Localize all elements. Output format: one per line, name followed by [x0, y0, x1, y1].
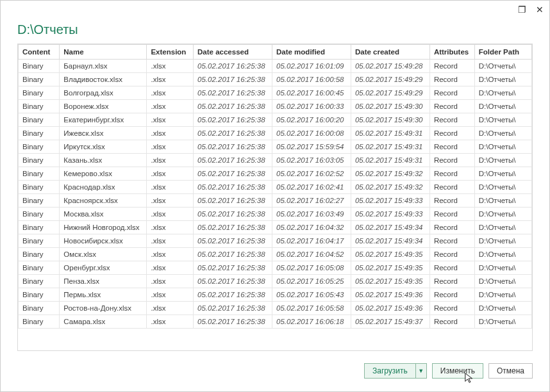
cell-date-accessed: 05.02.2017 16:25:38: [194, 208, 272, 221]
cell-name: Оренбург.xlsx: [60, 261, 147, 275]
cell-date-created: 05.02.2017 15:49:29: [351, 86, 429, 100]
close-icon[interactable]: ✕: [534, 4, 546, 15]
cell-name: Иркутск.xlsx: [60, 140, 147, 154]
cell-date-accessed: 05.02.2017 16:25:38: [194, 221, 272, 234]
load-dropdown-caret[interactable]: ▼: [415, 363, 427, 379]
cell-content: Binary: [19, 234, 60, 248]
cell-date-created: 05.02.2017 15:49:35: [351, 248, 429, 261]
cell-name: Ростов-на-Дону.xlsx: [60, 302, 147, 315]
cancel-button[interactable]: Отмена: [488, 363, 533, 379]
cell-content: Binary: [19, 261, 60, 275]
cell-date-created: 05.02.2017 15:49:33: [351, 208, 429, 221]
cell-folder-path: D:\Отчеты\: [474, 73, 531, 86]
load-button[interactable]: Загрузить: [364, 363, 415, 379]
table-row[interactable]: BinaryКазань.xlsx.xlsx05.02.2017 16:25:3…: [19, 154, 532, 167]
col-attributes[interactable]: Attributes: [429, 45, 474, 60]
cell-date-accessed: 05.02.2017 16:25:38: [194, 167, 272, 181]
cell-attributes: Record: [429, 275, 474, 288]
table-row[interactable]: BinaryВоронеж.xlsx.xlsx05.02.2017 16:25:…: [19, 100, 532, 113]
cell-date-created: 05.02.2017 15:49:34: [351, 234, 429, 248]
table-row[interactable]: BinaryПенза.xlsx.xlsx05.02.2017 16:25:38…: [19, 275, 532, 288]
table-row[interactable]: BinaryНижний Новгород.xlsx.xlsx05.02.201…: [19, 221, 532, 234]
cell-date-modified: 05.02.2017 16:03:49: [272, 208, 351, 221]
cell-date-created: 05.02.2017 15:49:32: [351, 181, 429, 194]
cell-extension: .xlsx: [147, 288, 194, 302]
cell-date-accessed: 05.02.2017 16:25:38: [194, 315, 272, 329]
cell-date-accessed: 05.02.2017 16:25:38: [194, 234, 272, 248]
table-row[interactable]: BinaryКраснодар.xlsx.xlsx05.02.2017 16:2…: [19, 181, 532, 194]
col-date-modified[interactable]: Date modified: [272, 45, 351, 60]
cell-folder-path: D:\Отчеты\: [474, 60, 531, 73]
cell-name: Нижний Новгород.xlsx: [60, 221, 147, 234]
table-row[interactable]: BinaryВладивосток.xlsx.xlsx05.02.2017 16…: [19, 73, 532, 86]
table-row[interactable]: BinaryЕкатеринбург.xlsx.xlsx05.02.2017 1…: [19, 113, 532, 127]
data-table: Content Name Extension Date accessed Dat…: [18, 44, 532, 329]
maximize-icon[interactable]: ❐: [516, 4, 528, 15]
col-date-accessed[interactable]: Date accessed: [194, 45, 272, 60]
cell-date-created: 05.02.2017 15:49:34: [351, 221, 429, 234]
table-row[interactable]: BinaryВолгоград.xlsx.xlsx05.02.2017 16:2…: [19, 86, 532, 100]
cell-attributes: Record: [429, 127, 474, 140]
cell-content: Binary: [19, 208, 60, 221]
cell-date-modified: 05.02.2017 16:05:08: [272, 261, 351, 275]
cell-attributes: Record: [429, 73, 474, 86]
cell-extension: .xlsx: [147, 167, 194, 181]
cell-date-accessed: 05.02.2017 16:25:38: [194, 60, 272, 73]
cell-date-modified: 05.02.2017 16:00:45: [272, 86, 351, 100]
cell-folder-path: D:\Отчеты\: [474, 248, 531, 261]
table-row[interactable]: BinaryИжевск.xlsx.xlsx05.02.2017 16:25:3…: [19, 127, 532, 140]
cell-folder-path: D:\Отчеты\: [474, 234, 531, 248]
cell-folder-path: D:\Отчеты\: [474, 140, 531, 154]
cell-name: Самара.xlsx: [60, 315, 147, 329]
table-container: Content Name Extension Date accessed Dat…: [17, 44, 533, 351]
table-row[interactable]: BinaryМосква.xlsx.xlsx05.02.2017 16:25:3…: [19, 208, 532, 221]
cell-content: Binary: [19, 86, 60, 100]
edit-button[interactable]: Изменить: [432, 363, 483, 379]
cell-attributes: Record: [429, 234, 474, 248]
cell-folder-path: D:\Отчеты\: [474, 154, 531, 167]
table-row[interactable]: BinaryПермь.xlsx.xlsx05.02.2017 16:25:38…: [19, 288, 532, 302]
cell-date-accessed: 05.02.2017 16:25:38: [194, 302, 272, 315]
table-row[interactable]: BinaryОренбург.xlsx.xlsx05.02.2017 16:25…: [19, 261, 532, 275]
cell-date-accessed: 05.02.2017 16:25:38: [194, 100, 272, 113]
cell-extension: .xlsx: [147, 208, 194, 221]
cell-content: Binary: [19, 288, 60, 302]
table-row[interactable]: BinaryКемерово.xlsx.xlsx05.02.2017 16:25…: [19, 167, 532, 181]
title-bar: ❐ ✕: [1, 1, 549, 19]
cell-name: Казань.xlsx: [60, 154, 147, 167]
load-split-button[interactable]: Загрузить ▼: [364, 363, 427, 379]
cell-date-accessed: 05.02.2017 16:25:38: [194, 194, 272, 208]
col-date-created[interactable]: Date created: [351, 45, 429, 60]
cell-attributes: Record: [429, 167, 474, 181]
table-row[interactable]: BinaryБарнаул.xlsx.xlsx05.02.2017 16:25:…: [19, 60, 532, 73]
table-row[interactable]: BinaryОмск.xlsx.xlsx05.02.2017 16:25:380…: [19, 248, 532, 261]
col-content[interactable]: Content: [19, 45, 60, 60]
cell-date-accessed: 05.02.2017 16:25:38: [194, 140, 272, 154]
col-extension[interactable]: Extension: [147, 45, 194, 60]
cell-attributes: Record: [429, 261, 474, 275]
cell-attributes: Record: [429, 154, 474, 167]
cell-date-modified: 05.02.2017 16:05:25: [272, 275, 351, 288]
cell-name: Новосибирск.xlsx: [60, 234, 147, 248]
cell-extension: .xlsx: [147, 234, 194, 248]
cell-content: Binary: [19, 100, 60, 113]
cell-content: Binary: [19, 315, 60, 329]
cell-name: Кемерово.xlsx: [60, 167, 147, 181]
cell-name: Барнаул.xlsx: [60, 60, 147, 73]
table-row[interactable]: BinaryСамара.xlsx.xlsx05.02.2017 16:25:3…: [19, 315, 532, 329]
cell-date-created: 05.02.2017 15:49:35: [351, 275, 429, 288]
cell-content: Binary: [19, 167, 60, 181]
cell-date-accessed: 05.02.2017 16:25:38: [194, 154, 272, 167]
cell-folder-path: D:\Отчеты\: [474, 288, 531, 302]
cell-extension: .xlsx: [147, 275, 194, 288]
table-row[interactable]: BinaryНовосибирск.xlsx.xlsx05.02.2017 16…: [19, 234, 532, 248]
table-row[interactable]: BinaryКрасноярск.xlsx.xlsx05.02.2017 16:…: [19, 194, 532, 208]
col-name[interactable]: Name: [60, 45, 147, 60]
cell-date-modified: 05.02.2017 16:00:33: [272, 100, 351, 113]
table-header-row: Content Name Extension Date accessed Dat…: [19, 45, 532, 60]
cell-folder-path: D:\Отчеты\: [474, 261, 531, 275]
cell-name: Пермь.xlsx: [60, 288, 147, 302]
table-row[interactable]: BinaryИркутск.xlsx.xlsx05.02.2017 16:25:…: [19, 140, 532, 154]
table-row[interactable]: BinaryРостов-на-Дону.xlsx.xlsx05.02.2017…: [19, 302, 532, 315]
col-folder-path[interactable]: Folder Path: [474, 45, 531, 60]
